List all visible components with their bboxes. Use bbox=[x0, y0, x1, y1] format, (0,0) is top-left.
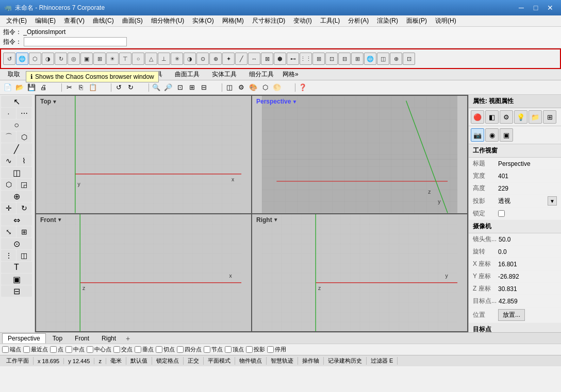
viewport-perspective-arrow[interactable]: ▼ bbox=[292, 99, 297, 105]
vp-tab-front[interactable]: Front bbox=[69, 333, 95, 344]
lt-move[interactable]: ✛ bbox=[1, 202, 16, 214]
tb-btn-10[interactable]: ⊤ bbox=[119, 53, 131, 65]
snap-quadrant[interactable]: 四分点 bbox=[177, 346, 202, 353]
lt-rotate[interactable]: ↻ bbox=[16, 202, 31, 214]
status-history[interactable]: 记录建构历史 bbox=[324, 357, 367, 365]
panel-icon-extra[interactable]: ⊞ bbox=[543, 110, 556, 124]
sec-sel[interactable]: ⊞ bbox=[186, 82, 197, 93]
tb-btn-7[interactable]: ▣ bbox=[80, 53, 93, 65]
panel-icon-layer[interactable]: ◧ bbox=[485, 110, 499, 124]
sec-paste-btn[interactable]: 📋 bbox=[87, 82, 98, 93]
tb-btn-6[interactable]: ◎ bbox=[68, 53, 80, 65]
sec-zoom-in[interactable]: 🔍 bbox=[151, 82, 162, 93]
tb-btn-21[interactable]: ⊠ bbox=[261, 53, 273, 65]
viewport-top-label[interactable]: Top ▼ bbox=[40, 98, 57, 105]
viewport-perspective[interactable]: Perspective ▼ z y bbox=[252, 96, 467, 213]
snap-midpoint[interactable]: 中点 bbox=[65, 346, 85, 353]
menu-mesh[interactable]: 网格(M) bbox=[218, 15, 248, 26]
snap-perp[interactable]: 垂点 bbox=[135, 346, 154, 353]
menu-help[interactable]: 说明(H) bbox=[431, 15, 460, 26]
sec-undo-btn[interactable]: ↺ bbox=[113, 82, 124, 93]
sec-save-btn[interactable]: 💾 bbox=[26, 82, 37, 93]
viewport-right-label[interactable]: Right ▼ bbox=[256, 216, 278, 224]
status-filter[interactable]: 过滤器 E bbox=[367, 357, 398, 365]
status-smarttrack[interactable]: 智慧轨迹 bbox=[267, 357, 298, 365]
snap-tan[interactable]: 切点 bbox=[156, 346, 175, 353]
tb-btn-30[interactable]: ◫ bbox=[377, 53, 389, 65]
vp-tab-perspective[interactable]: Perspective bbox=[2, 333, 46, 344]
tab-solid-tools[interactable]: 实体工具 bbox=[206, 69, 242, 80]
tb-btn-25[interactable]: ⊞ bbox=[312, 53, 325, 65]
maximize-button[interactable]: □ bbox=[529, 2, 542, 13]
lt-dim[interactable]: ⊕ bbox=[1, 191, 32, 202]
tb-btn-19[interactable]: ╱ bbox=[235, 53, 248, 65]
lt-array[interactable]: ⊞ bbox=[16, 226, 31, 237]
vp-tab-right[interactable]: Right bbox=[96, 333, 122, 344]
status-workplane[interactable]: 工作平面 bbox=[2, 357, 34, 365]
tb-btn-16[interactable]: ⊙ bbox=[196, 53, 209, 65]
status-gridlock[interactable]: 锁定格点 bbox=[152, 357, 184, 365]
status-planar[interactable]: 平面模式 bbox=[204, 357, 235, 365]
vp-tab-top[interactable]: Top bbox=[47, 333, 68, 344]
tb-btn-11[interactable]: ○ bbox=[132, 53, 144, 65]
lt-scale[interactable]: ⤡ bbox=[1, 226, 16, 237]
tb-btn-17[interactable]: ⊕ bbox=[209, 53, 222, 65]
menu-solid[interactable]: 实体(O) bbox=[188, 15, 218, 26]
snap-endpoint[interactable]: 端点 bbox=[2, 346, 21, 353]
viewport-perspective-label[interactable]: Perspective ▼ bbox=[256, 98, 297, 105]
sec-sel2[interactable]: ⊟ bbox=[198, 82, 209, 93]
lt-block[interactable]: ▣ bbox=[1, 274, 32, 285]
panel-icon-display[interactable]: ⚙ bbox=[500, 110, 513, 124]
viewport-right-arrow[interactable]: ▼ bbox=[273, 217, 278, 223]
tb-btn-32[interactable]: ⊡ bbox=[403, 53, 415, 65]
sec-open-btn[interactable]: 📂 bbox=[14, 82, 25, 93]
snap-knot[interactable]: 节点 bbox=[204, 346, 223, 353]
sec-render3[interactable]: 🌕 bbox=[271, 82, 283, 93]
status-y[interactable]: y 12.445 bbox=[64, 358, 94, 364]
tb-btn-8[interactable]: ⊞ bbox=[93, 53, 106, 65]
tab-surface-tools[interactable]: 曲面工具 bbox=[169, 69, 205, 80]
tb-btn-15[interactable]: ◑ bbox=[184, 53, 196, 65]
sec-render2[interactable]: ⬡ bbox=[259, 82, 271, 93]
sec-prop[interactable]: ⚙ bbox=[236, 82, 247, 93]
sec-layer[interactable]: ◫ bbox=[224, 82, 235, 93]
panel-icon-properties[interactable]: 🔴 bbox=[471, 110, 484, 124]
tb-btn-3[interactable]: ⬡ bbox=[29, 53, 41, 65]
projection-dropdown[interactable]: ▼ bbox=[548, 196, 557, 206]
tb-btn-31[interactable]: ⊕ bbox=[390, 53, 402, 65]
lt-curve[interactable]: ∿ bbox=[1, 155, 16, 166]
lt-arc[interactable]: ⌒ bbox=[1, 131, 16, 143]
lt-layer[interactable]: ◫ bbox=[16, 250, 31, 261]
menu-transform[interactable]: 变动(I) bbox=[289, 15, 316, 26]
close-button[interactable]: ✕ bbox=[543, 2, 557, 13]
status-z[interactable]: z bbox=[94, 358, 106, 364]
menu-analysis[interactable]: 分析(A) bbox=[344, 15, 373, 26]
minimize-button[interactable]: ─ bbox=[515, 2, 528, 13]
menu-curve[interactable]: 曲线(C) bbox=[89, 15, 118, 26]
lt-line[interactable]: ╱ bbox=[1, 143, 32, 155]
menu-subd[interactable]: 细分物件(U) bbox=[147, 15, 189, 26]
panel-icon-viewport[interactable]: ▣ bbox=[500, 128, 513, 142]
snap-disable[interactable]: 停用 bbox=[267, 346, 286, 353]
menu-render[interactable]: 渲染(R) bbox=[373, 15, 402, 26]
panel-icon-camera[interactable]: 📷 bbox=[471, 128, 484, 142]
tb-btn-27[interactable]: ⊟ bbox=[338, 53, 351, 65]
lt-circle[interactable]: ○ bbox=[1, 120, 32, 131]
tb-btn-12[interactable]: △ bbox=[145, 53, 157, 65]
lt-osnap[interactable]: ⊙ bbox=[1, 238, 32, 249]
menu-edit[interactable]: 编辑(E) bbox=[31, 15, 60, 26]
tb-btn-9[interactable]: ☀ bbox=[106, 53, 119, 65]
sec-copy-btn[interactable]: ⎘ bbox=[75, 82, 87, 93]
lt-extrude[interactable]: ⬡ bbox=[1, 179, 16, 190]
panel-icon-file[interactable]: 📁 bbox=[529, 110, 542, 124]
tb-chaos-cosmos-btn[interactable]: 🌐 bbox=[16, 53, 28, 65]
lt-mirror[interactable]: ⇔ bbox=[1, 214, 32, 226]
status-x[interactable]: x 18.695 bbox=[34, 358, 64, 364]
tb-btn-5[interactable]: ↻ bbox=[55, 53, 67, 65]
menu-tools[interactable]: 工具(L) bbox=[316, 15, 344, 26]
viewport-top[interactable]: Top ▼ x y bbox=[36, 96, 251, 213]
tab-subd-tools[interactable]: 细分工具 bbox=[243, 69, 279, 80]
tb-btn-26[interactable]: ⊡ bbox=[325, 53, 338, 65]
tab-more[interactable]: 网格» bbox=[280, 69, 301, 80]
tb-btn-14[interactable]: ✳ bbox=[171, 53, 183, 65]
